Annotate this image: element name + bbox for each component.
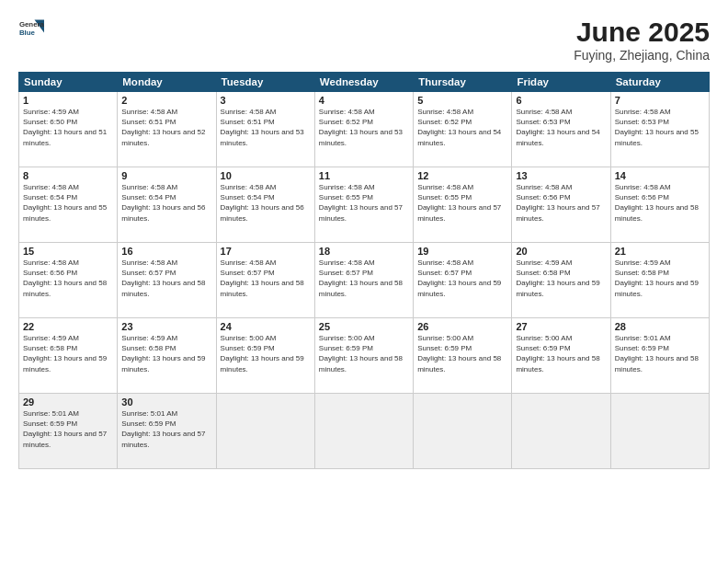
table-row: 28Sunrise: 5:01 AMSunset: 6:59 PMDayligh… xyxy=(610,318,709,394)
day-info: Sunrise: 4:59 AMSunset: 6:58 PMDaylight:… xyxy=(615,258,705,299)
day-number: 5 xyxy=(417,95,507,106)
day-info: Sunrise: 4:58 AMSunset: 6:54 PMDaylight:… xyxy=(221,182,311,224)
day-number: 6 xyxy=(516,95,606,106)
table-row: 20Sunrise: 4:59 AMSunset: 6:58 PMDayligh… xyxy=(512,243,610,318)
page: General Blue June 2025 Fuying, Zhejiang,… xyxy=(0,0,728,563)
table-row: 13Sunrise: 4:58 AMSunset: 6:56 PMDayligh… xyxy=(512,167,610,243)
day-info: Sunrise: 5:00 AMSunset: 6:59 PMDaylight:… xyxy=(417,333,507,374)
day-info: Sunrise: 4:58 AMSunset: 6:57 PMDaylight:… xyxy=(319,258,409,299)
day-info: Sunrise: 4:59 AMSunset: 6:50 PMDaylight:… xyxy=(23,107,113,148)
table-row: 22Sunrise: 4:59 AMSunset: 6:58 PMDayligh… xyxy=(19,318,118,394)
col-saturday: Saturday xyxy=(610,73,709,92)
day-number: 23 xyxy=(121,321,211,332)
table-row: 12Sunrise: 4:58 AMSunset: 6:55 PMDayligh… xyxy=(414,167,512,243)
day-number: 30 xyxy=(121,396,211,408)
day-number: 22 xyxy=(23,321,113,332)
day-number: 12 xyxy=(417,170,507,181)
day-number: 28 xyxy=(615,321,705,332)
table-row: 23Sunrise: 4:59 AMSunset: 6:58 PMDayligh… xyxy=(118,318,216,394)
day-info: Sunrise: 4:58 AMSunset: 6:55 PMDaylight:… xyxy=(417,182,507,224)
table-row: 26Sunrise: 5:00 AMSunset: 6:59 PMDayligh… xyxy=(414,318,512,394)
day-info: Sunrise: 5:01 AMSunset: 6:59 PMDaylight:… xyxy=(23,408,113,450)
table-row: 30Sunrise: 5:01 AMSunset: 6:59 PMDayligh… xyxy=(118,394,216,469)
day-info: Sunrise: 4:58 AMSunset: 6:52 PMDaylight:… xyxy=(319,107,409,148)
header: General Blue June 2025 Fuying, Zhejiang,… xyxy=(18,17,710,63)
day-info: Sunrise: 4:58 AMSunset: 6:57 PMDaylight:… xyxy=(121,258,211,299)
day-number: 24 xyxy=(221,321,311,332)
day-info: Sunrise: 4:58 AMSunset: 6:51 PMDaylight:… xyxy=(221,107,311,148)
day-number: 17 xyxy=(221,246,311,257)
table-row: 1 Sunrise: 4:59 AMSunset: 6:50 PMDayligh… xyxy=(19,92,118,167)
day-info: Sunrise: 4:58 AMSunset: 6:57 PMDaylight:… xyxy=(417,258,507,299)
table-row: 8Sunrise: 4:58 AMSunset: 6:54 PMDaylight… xyxy=(19,167,118,243)
col-tuesday: Tuesday xyxy=(216,73,314,92)
table-row: 6Sunrise: 4:58 AMSunset: 6:53 PMDaylight… xyxy=(512,92,610,167)
day-number: 10 xyxy=(221,170,311,181)
day-info: Sunrise: 4:58 AMSunset: 6:55 PMDaylight:… xyxy=(319,182,409,224)
day-number: 27 xyxy=(516,321,606,332)
day-number: 14 xyxy=(615,170,705,181)
day-info: Sunrise: 4:58 AMSunset: 6:56 PMDaylight:… xyxy=(516,182,606,224)
table-row: 5Sunrise: 4:58 AMSunset: 6:52 PMDaylight… xyxy=(414,92,512,167)
day-number: 26 xyxy=(417,321,507,332)
table-row: 25Sunrise: 5:00 AMSunset: 6:59 PMDayligh… xyxy=(314,318,413,394)
day-number: 18 xyxy=(319,246,409,257)
calendar-table: Sunday Monday Tuesday Wednesday Thursday… xyxy=(18,72,710,469)
day-info: Sunrise: 4:58 AMSunset: 6:56 PMDaylight:… xyxy=(23,258,113,299)
day-info: Sunrise: 5:01 AMSunset: 6:59 PMDaylight:… xyxy=(121,408,211,450)
day-info: Sunrise: 4:58 AMSunset: 6:56 PMDaylight:… xyxy=(615,182,705,224)
calendar-week-row: 29Sunrise: 5:01 AMSunset: 6:59 PMDayligh… xyxy=(19,394,710,469)
day-info: Sunrise: 5:00 AMSunset: 6:59 PMDaylight:… xyxy=(221,333,311,374)
day-number: 21 xyxy=(615,246,705,257)
day-info: Sunrise: 4:58 AMSunset: 6:53 PMDaylight:… xyxy=(615,107,705,148)
table-row: 18Sunrise: 4:58 AMSunset: 6:57 PMDayligh… xyxy=(314,243,413,318)
day-number: 20 xyxy=(516,246,606,257)
table-row: 19Sunrise: 4:58 AMSunset: 6:57 PMDayligh… xyxy=(414,243,512,318)
table-row xyxy=(512,394,610,469)
col-wednesday: Wednesday xyxy=(314,73,413,92)
day-number: 7 xyxy=(615,95,705,106)
day-number: 19 xyxy=(417,246,507,257)
logo-icon: General Blue xyxy=(18,17,44,42)
day-info: Sunrise: 4:58 AMSunset: 6:53 PMDaylight:… xyxy=(516,107,606,148)
calendar-week-row: 22Sunrise: 4:59 AMSunset: 6:58 PMDayligh… xyxy=(19,318,710,394)
day-info: Sunrise: 4:58 AMSunset: 6:52 PMDaylight:… xyxy=(417,107,507,148)
day-number: 25 xyxy=(319,321,409,332)
table-row: 3Sunrise: 4:58 AMSunset: 6:51 PMDaylight… xyxy=(216,92,314,167)
table-row: 10Sunrise: 4:58 AMSunset: 6:54 PMDayligh… xyxy=(216,167,314,243)
table-row: 15Sunrise: 4:58 AMSunset: 6:56 PMDayligh… xyxy=(19,243,118,318)
table-row: 16Sunrise: 4:58 AMSunset: 6:57 PMDayligh… xyxy=(118,243,216,318)
subtitle: Fuying, Zhejiang, China xyxy=(574,48,710,63)
calendar-header-row: Sunday Monday Tuesday Wednesday Thursday… xyxy=(19,73,710,92)
day-info: Sunrise: 4:59 AMSunset: 6:58 PMDaylight:… xyxy=(121,333,211,374)
table-row: 4Sunrise: 4:58 AMSunset: 6:52 PMDaylight… xyxy=(314,92,413,167)
table-row xyxy=(414,394,512,469)
table-row: 2Sunrise: 4:58 AMSunset: 6:51 PMDaylight… xyxy=(118,92,216,167)
table-row: 9Sunrise: 4:58 AMSunset: 6:54 PMDaylight… xyxy=(118,167,216,243)
day-number: 15 xyxy=(23,246,113,257)
col-friday: Friday xyxy=(512,73,610,92)
calendar-week-row: 15Sunrise: 4:58 AMSunset: 6:56 PMDayligh… xyxy=(19,243,710,318)
day-info: Sunrise: 4:58 AMSunset: 6:54 PMDaylight:… xyxy=(23,182,113,224)
title-block: June 2025 Fuying, Zhejiang, China xyxy=(574,17,710,63)
day-info: Sunrise: 5:00 AMSunset: 6:59 PMDaylight:… xyxy=(516,333,606,374)
day-info: Sunrise: 5:00 AMSunset: 6:59 PMDaylight:… xyxy=(319,333,409,374)
day-number: 9 xyxy=(121,170,211,181)
day-info: Sunrise: 4:59 AMSunset: 6:58 PMDaylight:… xyxy=(516,258,606,299)
day-number: 29 xyxy=(23,396,113,408)
day-number: 3 xyxy=(221,95,311,106)
svg-text:General: General xyxy=(19,20,44,29)
logo: General Blue xyxy=(18,17,44,42)
table-row: 14Sunrise: 4:58 AMSunset: 6:56 PMDayligh… xyxy=(610,167,709,243)
day-number: 11 xyxy=(319,170,409,181)
col-monday: Monday xyxy=(118,73,216,92)
day-number: 8 xyxy=(23,170,113,181)
table-row: 29Sunrise: 5:01 AMSunset: 6:59 PMDayligh… xyxy=(19,394,118,469)
day-number: 2 xyxy=(121,95,211,106)
day-info: Sunrise: 4:58 AMSunset: 6:51 PMDaylight:… xyxy=(121,107,211,148)
day-info: Sunrise: 4:59 AMSunset: 6:58 PMDaylight:… xyxy=(23,333,113,374)
day-info: Sunrise: 4:58 AMSunset: 6:54 PMDaylight:… xyxy=(121,182,211,224)
table-row: 21Sunrise: 4:59 AMSunset: 6:58 PMDayligh… xyxy=(610,243,709,318)
calendar-week-row: 1 Sunrise: 4:59 AMSunset: 6:50 PMDayligh… xyxy=(19,92,710,167)
day-number: 13 xyxy=(516,170,606,181)
